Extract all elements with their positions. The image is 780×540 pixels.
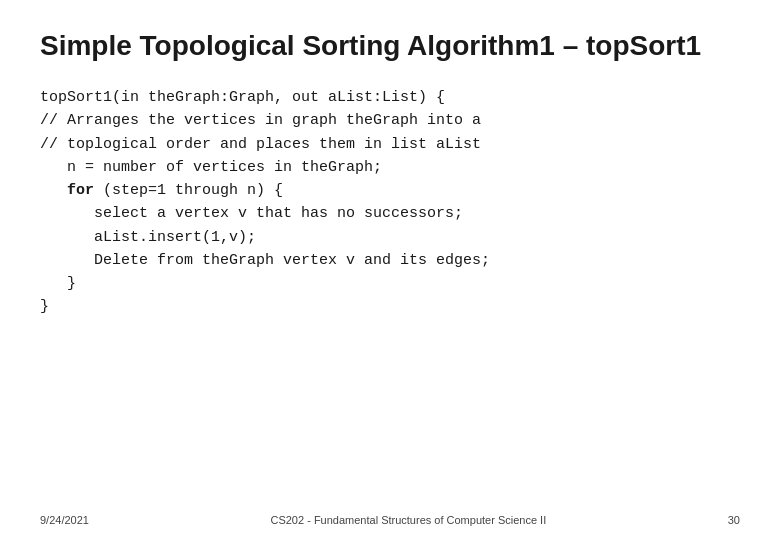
slide: Simple Topological Sorting Algorithm1 – …	[0, 0, 780, 540]
code-line-7: aList.insert(1,v);	[40, 226, 740, 249]
code-line-4: n = number of vertices in theGraph;	[40, 156, 740, 179]
code-line-9: }	[40, 272, 740, 295]
code-line-1: topSort1(in theGraph:Graph, out aList:Li…	[40, 86, 740, 109]
code-block: topSort1(in theGraph:Graph, out aList:Li…	[40, 86, 740, 319]
code-line-5: for (step=1 through n) {	[40, 179, 740, 202]
keyword-for: for	[67, 182, 94, 199]
footer-course: CS202 - Fundamental Structures of Comput…	[270, 514, 546, 526]
footer-date: 9/24/2021	[40, 514, 89, 526]
footer: 9/24/2021 CS202 - Fundamental Structures…	[0, 514, 780, 526]
code-line-3: // toplogical order and places them in l…	[40, 133, 740, 156]
code-line-6: select a vertex v that has no successors…	[40, 202, 740, 225]
footer-page: 30	[728, 514, 740, 526]
code-line-10: }	[40, 295, 740, 318]
code-line-8: Delete from theGraph vertex v and its ed…	[40, 249, 740, 272]
page-title: Simple Topological Sorting Algorithm1 – …	[40, 30, 740, 62]
code-line-2: // Arranges the vertices in graph theGra…	[40, 109, 740, 132]
